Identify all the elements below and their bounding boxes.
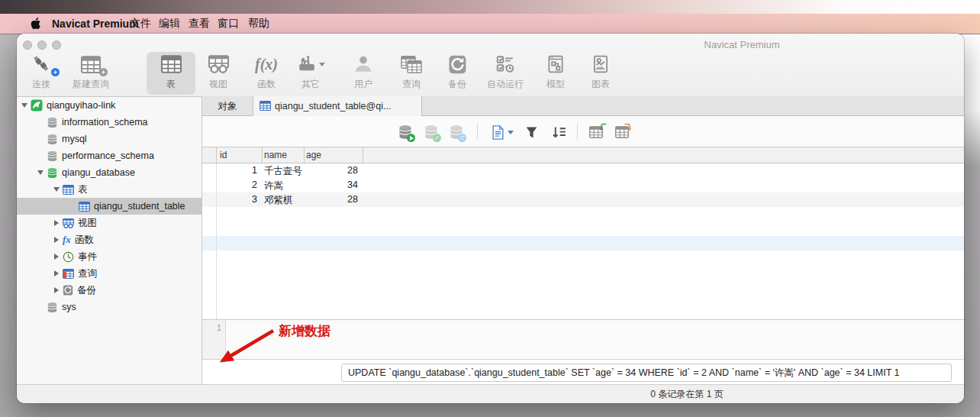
tree-item-label: qiangu_student_table bbox=[94, 201, 185, 212]
record-footer: + − ✓ × UPDATE `qiangu_database`.`qiangu… bbox=[202, 359, 964, 384]
tree-item-qiangu-database[interactable]: qiangu_database bbox=[17, 164, 220, 181]
record-count-status: 0 条记录在第 1 页 bbox=[641, 388, 733, 401]
column-header-age[interactable]: age bbox=[306, 150, 321, 160]
tree-item-label: 查询 bbox=[78, 267, 97, 280]
table-icon bbox=[147, 52, 195, 76]
menu-item-view[interactable]: 查看 bbox=[189, 17, 210, 31]
sort-button[interactable] bbox=[549, 122, 569, 142]
menu-app-name[interactable]: Navicat Premium bbox=[52, 18, 139, 30]
minimize-window-button[interactable] bbox=[37, 40, 47, 50]
database-icon bbox=[47, 134, 58, 145]
tree-item-label: information_schema bbox=[62, 117, 148, 128]
disclosure-triangle-icon[interactable] bbox=[18, 103, 31, 108]
database-icon bbox=[47, 117, 58, 128]
database-open-icon bbox=[47, 167, 58, 179]
mysql-connection-icon bbox=[31, 99, 43, 112]
cell-id[interactable]: 3 bbox=[216, 194, 257, 205]
disclosure-triangle-icon[interactable] bbox=[50, 187, 63, 192]
begin-transaction-button[interactable] bbox=[395, 122, 415, 142]
rollback-button[interactable] bbox=[446, 122, 466, 142]
highlight-row bbox=[202, 236, 964, 251]
chevron-down-icon bbox=[319, 63, 325, 66]
toolbar-model-button[interactable]: 模型 bbox=[531, 52, 580, 95]
automation-icon bbox=[481, 52, 530, 76]
cell-age[interactable]: 28 bbox=[304, 165, 358, 176]
tree-item-sys[interactable]: sys bbox=[17, 299, 220, 315]
menu-item-file[interactable]: 文件 bbox=[130, 17, 151, 31]
check-badge-icon: ✓ bbox=[433, 134, 441, 142]
toolbar-automation-button[interactable]: 自动运行 bbox=[481, 52, 530, 95]
import-arrow-icon bbox=[598, 122, 608, 132]
toolbar-connection-button[interactable]: + 连接 bbox=[17, 52, 66, 95]
tab-student-table[interactable]: qiangu_student_table@qi... bbox=[253, 96, 422, 116]
filter-funnel-icon bbox=[525, 126, 538, 139]
export-arrow-icon bbox=[624, 122, 633, 132]
disclosure-triangle-icon[interactable] bbox=[50, 237, 63, 243]
view-icon bbox=[194, 52, 243, 76]
event-clock-icon bbox=[63, 251, 74, 263]
table-row[interactable]: 3 邓紫棋 28 bbox=[202, 192, 964, 207]
function-fx-icon: fx bbox=[63, 234, 71, 246]
table-icon bbox=[79, 202, 90, 212]
others-icon bbox=[286, 52, 335, 76]
toolbar-queries-button[interactable]: 查询 bbox=[387, 52, 436, 95]
tree-item-performance-schema[interactable]: performance_schema bbox=[17, 147, 220, 164]
disclosure-triangle-icon[interactable] bbox=[50, 270, 63, 276]
tree-item-connection[interactable]: qianguyihao-link bbox=[17, 97, 204, 114]
view-icon bbox=[63, 218, 74, 228]
toolbar-backup-button[interactable]: 备份 bbox=[433, 52, 482, 95]
database-icon bbox=[47, 302, 58, 313]
toolbar-separator bbox=[477, 123, 478, 140]
toolbar-others-button[interactable]: 其它 bbox=[286, 52, 335, 95]
disclosure-triangle-icon[interactable] bbox=[50, 254, 63, 260]
toolbar-chart-button[interactable]: 图表 bbox=[576, 52, 625, 95]
play-badge-icon bbox=[407, 134, 415, 142]
disclosure-triangle-icon[interactable] bbox=[34, 170, 47, 175]
table-row[interactable]: 2 许嵩 34 bbox=[202, 178, 964, 192]
zoom-window-button[interactable] bbox=[52, 40, 61, 50]
window-title: Navicat Premium bbox=[666, 39, 818, 50]
tree-item-label: 函数 bbox=[75, 234, 94, 247]
sql-preview[interactable]: UPDATE `qiangu_database`.`qiangu_student… bbox=[341, 364, 952, 382]
table-row[interactable]: 1 千古壹号 28 bbox=[202, 163, 964, 178]
menu-item-help[interactable]: 帮助 bbox=[248, 17, 269, 31]
cell-id[interactable]: 2 bbox=[216, 179, 257, 190]
toolbar-separator bbox=[577, 123, 578, 140]
cell-age[interactable]: 34 bbox=[304, 179, 358, 190]
toolbar-users-button[interactable]: 用户 bbox=[339, 52, 388, 95]
cell-age[interactable]: 28 bbox=[304, 194, 358, 205]
close-window-button[interactable] bbox=[23, 40, 32, 50]
user-icon bbox=[339, 52, 388, 76]
rollback-badge-icon bbox=[458, 134, 466, 142]
export-wizard-button[interactable] bbox=[612, 122, 632, 142]
tree-item-label: mysql bbox=[62, 134, 87, 144]
toolbar-tables-button[interactable]: 表 bbox=[147, 52, 195, 95]
query-table-icon bbox=[63, 269, 74, 279]
apple-menu-icon[interactable] bbox=[31, 18, 41, 32]
chart-icon bbox=[576, 52, 625, 76]
import-wizard-button[interactable] bbox=[586, 122, 606, 142]
toolbar-views-button[interactable]: 视图 bbox=[194, 52, 243, 95]
tree-item-label: 备份 bbox=[77, 284, 96, 297]
grid-toolbar: ✓ bbox=[202, 116, 964, 147]
function-icon: f(x) bbox=[242, 52, 291, 76]
column-header-name[interactable]: name bbox=[264, 150, 287, 160]
filter-button[interactable] bbox=[521, 122, 541, 142]
disclosure-triangle-icon[interactable] bbox=[50, 220, 63, 226]
connection-icon: + bbox=[17, 52, 66, 76]
tree-item-information-schema[interactable]: information_schema bbox=[17, 114, 220, 131]
tab-objects[interactable]: 对象 bbox=[202, 96, 253, 116]
tree-item-mysql[interactable]: mysql bbox=[17, 131, 220, 147]
tree-item-label: 视图 bbox=[78, 217, 97, 230]
menu-item-window[interactable]: 窗口 bbox=[218, 17, 239, 31]
menu-item-edit[interactable]: 编辑 bbox=[159, 17, 180, 31]
cell-id[interactable]: 1 bbox=[216, 165, 257, 176]
toolbar-new-query-button[interactable]: + 新建查询 bbox=[66, 52, 115, 95]
tree-item-label: performance_schema bbox=[62, 150, 154, 161]
column-header-id[interactable]: id bbox=[220, 150, 227, 160]
commit-button[interactable]: ✓ bbox=[421, 122, 441, 142]
text-view-button[interactable] bbox=[489, 122, 515, 142]
toolbar-functions-button[interactable]: f(x) 函数 bbox=[242, 52, 291, 95]
plus-badge-icon: + bbox=[51, 68, 60, 76]
disclosure-triangle-icon[interactable] bbox=[50, 287, 63, 293]
